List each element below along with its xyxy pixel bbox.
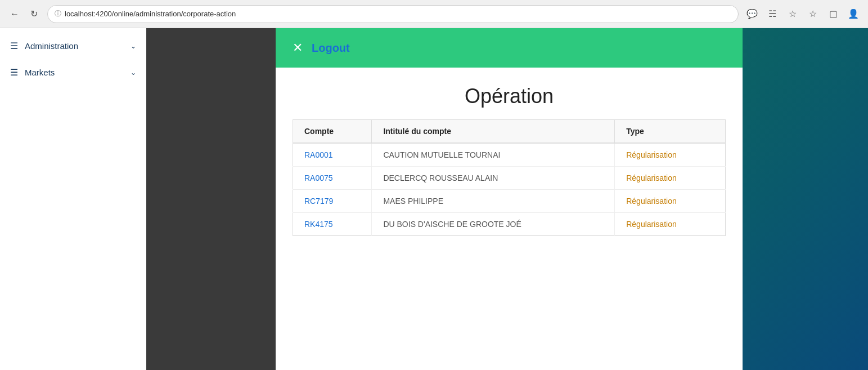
cell-intitule: CAUTION MUTUELLE TOURNAI bbox=[372, 143, 615, 167]
cell-compte: RA0001 bbox=[293, 143, 372, 167]
table-wrapper: Compte Intitulé du compte Type RA0001CAU… bbox=[276, 119, 743, 247]
collections-button[interactable]: ▢ bbox=[825, 6, 841, 22]
table-body: RA0001CAUTION MUTUELLE TOURNAIRégularisa… bbox=[293, 143, 726, 236]
browser-actions: 💬 ☵ ☆ ☆ ▢ 👤 bbox=[744, 6, 861, 22]
sidebar-item-administration[interactable]: ☰ Administration ⌄ bbox=[0, 33, 146, 59]
administration-chevron: ⌄ bbox=[131, 42, 136, 50]
col-type: Type bbox=[615, 120, 726, 144]
immersive-reader-button[interactable]: ☵ bbox=[764, 6, 780, 22]
favorites-add-button[interactable]: ☆ bbox=[785, 6, 800, 22]
type-link[interactable]: Régularisation bbox=[626, 173, 677, 182]
url-text: localhost:4200/online/administration/cor… bbox=[65, 10, 236, 18]
profile-button[interactable]: 👤 bbox=[845, 6, 861, 22]
cell-type: Régularisation bbox=[615, 167, 726, 190]
compte-link[interactable]: RA0001 bbox=[304, 150, 333, 159]
modal-container: ✕ Logout Opération Compte Intitulé du co… bbox=[146, 28, 868, 370]
table-header-row: Compte Intitulé du compte Type bbox=[293, 120, 726, 144]
security-icon: ⓘ bbox=[55, 9, 61, 19]
main-area: ☰ Administration ⌄ ☰ Markets ⌄ ✕ Logout … bbox=[0, 28, 868, 370]
favorites-button[interactable]: ☆ bbox=[805, 6, 821, 22]
logout-text: Logout bbox=[312, 42, 350, 55]
cell-type: Régularisation bbox=[615, 213, 726, 236]
col-intitule: Intitulé du compte bbox=[372, 120, 615, 144]
markets-label: Markets bbox=[25, 68, 55, 77]
logout-close-button[interactable]: ✕ bbox=[293, 41, 303, 55]
cell-compte: RA0075 bbox=[293, 167, 372, 190]
cell-compte: RC7179 bbox=[293, 190, 372, 213]
administration-label: Administration bbox=[25, 41, 78, 51]
table-row: RA0001CAUTION MUTUELLE TOURNAIRégularisa… bbox=[293, 143, 726, 167]
cell-type: Régularisation bbox=[615, 143, 726, 167]
modal-title: Opération bbox=[298, 84, 720, 108]
cell-intitule: MAES PHILIPPE bbox=[372, 190, 615, 213]
markets-chevron: ⌄ bbox=[131, 69, 136, 77]
logout-bar: ✕ Logout bbox=[276, 28, 743, 68]
sidebar-item-markets[interactable]: ☰ Markets ⌄ bbox=[0, 59, 146, 86]
table-row: RK4175DU BOIS D'AISCHE DE GROOTE JOÉRégu… bbox=[293, 213, 726, 236]
read-aloud-button[interactable]: 💬 bbox=[744, 6, 760, 22]
cell-intitule: DECLERCQ ROUSSEAU ALAIN bbox=[372, 167, 615, 190]
table-header: Compte Intitulé du compte Type bbox=[293, 120, 726, 144]
col-compte: Compte bbox=[293, 120, 372, 144]
back-button[interactable]: ← bbox=[7, 6, 23, 22]
compte-link[interactable]: RA0075 bbox=[304, 173, 333, 182]
compte-link[interactable]: RK4175 bbox=[304, 220, 333, 229]
browser-bar: ← ↻ ⓘ localhost:4200/online/administrati… bbox=[0, 0, 868, 28]
refresh-button[interactable]: ↻ bbox=[26, 6, 42, 22]
cell-type: Régularisation bbox=[615, 190, 726, 213]
nav-buttons: ← ↻ bbox=[7, 6, 42, 22]
table-row: RA0075DECLERCQ ROUSSEAU ALAINRégularisat… bbox=[293, 167, 726, 190]
address-bar[interactable]: ⓘ localhost:4200/online/administration/c… bbox=[47, 5, 739, 23]
type-link[interactable]: Régularisation bbox=[626, 150, 677, 159]
type-link[interactable]: Régularisation bbox=[626, 220, 677, 229]
compte-link[interactable]: RC7179 bbox=[304, 197, 333, 206]
markets-icon: ☰ bbox=[10, 67, 18, 78]
table-row: RC7179MAES PHILIPPERégularisation bbox=[293, 190, 726, 213]
right-panel: ✕ Logout Opération Compte Intitulé du co… bbox=[146, 28, 868, 370]
administration-icon: ☰ bbox=[10, 41, 18, 51]
data-table: Compte Intitulé du compte Type RA0001CAU… bbox=[293, 119, 726, 236]
type-link[interactable]: Régularisation bbox=[626, 197, 677, 206]
cell-intitule: DU BOIS D'AISCHE DE GROOTE JOÉ bbox=[372, 213, 615, 236]
sidebar: ☰ Administration ⌄ ☰ Markets ⌄ bbox=[0, 28, 146, 370]
cell-compte: RK4175 bbox=[293, 213, 372, 236]
modal-title-area: Opération bbox=[276, 68, 743, 119]
modal-content: Opération Compte Intitulé du compte Type bbox=[276, 68, 743, 370]
